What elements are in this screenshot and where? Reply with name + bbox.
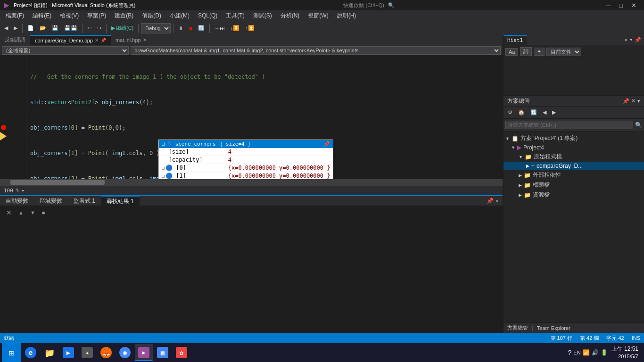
toolbar-new-btn[interactable]: 📄 [25,24,36,33]
menu-debug[interactable]: 偵錯(D) [138,11,165,21]
tree-item-comparegray[interactable]: ▶ + compareGray_D... [504,162,644,170]
menu-file[interactable]: 檔案(F) [2,11,28,21]
horizontal-scrollbar[interactable] [0,179,503,186]
hist-word-btn[interactable]: 詞 [520,47,532,56]
toolbar-undo-btn[interactable]: ↩ [85,24,94,33]
menu-project[interactable]: 專案(P) [83,11,110,21]
toolbar-pause-btn[interactable]: ⏸ [176,24,186,33]
start-button[interactable]: ⊞ [2,343,21,362]
se-team-tab[interactable]: Team Explorer [533,325,570,331]
toolbar-restart-btn[interactable]: 🔄 [196,24,207,33]
se-pin-icon[interactable]: 📌 [623,98,629,104]
toolbar-debug-mode[interactable]: Debug [141,23,171,33]
var-pin-icon[interactable]: 📌 [487,197,494,204]
taskbar-explorer[interactable]: 📁 [41,344,58,361]
taskbar-firefox[interactable]: 🦊 [97,344,115,361]
scroll-thumb-h[interactable] [10,180,105,185]
taskbar-vs[interactable]: ▶ [135,344,153,361]
solution-search-input[interactable] [505,121,633,129]
nav-bar: (全域範圍) drawGoodMatches(const Mat & img1,… [0,45,503,56]
menu-window[interactable]: 視窗(W) [304,11,332,21]
menu-view[interactable]: 檢視(V) [56,11,83,21]
toolbar-step-over-btn[interactable]: →⏭ [212,24,227,33]
expand-file-icon: ▶ [526,164,529,168]
function-dropdown[interactable]: drawGoodMatches(const Mat & img1, const … [131,46,501,55]
tree-item-source[interactable]: ▼ 📁 原始程式檔 [504,152,644,162]
tree-item-solution[interactable]: ▼ 📋 方案 'Project4' (1 專案) [504,133,644,143]
se-back-btn[interactable]: ◀ [540,108,549,117]
comparegray-file-icon: + [531,163,535,169]
toolbar-save-btn[interactable]: 💾 [50,24,61,33]
menu-analyze[interactable]: 分析(N) [277,11,304,21]
search-icon[interactable]: 🔍 [388,2,395,8]
taskbar-app3[interactable]: ✿ [173,344,190,361]
toolbar-forward-btn[interactable]: ▶ [11,24,20,33]
menu-tools[interactable]: 工具(T) [222,11,248,21]
toolbar-step-into-btn[interactable]: ↓⏬ [228,24,242,33]
tab-matinl[interactable]: mat.inl.hpp ✕ [111,35,151,45]
zoom-dropdown[interactable]: ▾ [21,188,25,194]
taskbar-chrome[interactable]: ◉ [116,344,134,361]
se-filter-btn[interactable]: 🔃 [528,108,539,117]
find-clear-btn[interactable]: ✕ [4,207,14,218]
hist-scope-select[interactable]: 目前文件 [546,48,581,56]
collapse-icon[interactable]: ⊟ [162,141,165,147]
se-solution-tab[interactable]: 方案總管 [507,324,532,331]
se-dropdown-icon[interactable]: ▾ [637,98,640,104]
menu-test[interactable]: 測試(S) [249,11,276,21]
solution-explorer-title: 方案總管 [507,97,530,105]
se-refresh-btn[interactable]: 🏠 [516,108,527,117]
menu-help[interactable]: 說明(H) [333,11,360,21]
tree-item-project[interactable]: ▼ ▶ Project4 [504,143,644,152]
taskbar-app1[interactable]: ✦ [78,344,96,361]
menu-sql[interactable]: SQL(Q) [194,11,221,20]
toolbar-saveall-btn[interactable]: 💾💾 [62,24,80,33]
find-up-btn[interactable]: ▲ [16,207,26,218]
toolbar-open-btn[interactable]: 📂 [37,24,49,33]
minimize-button[interactable]: ─ [603,2,614,9]
se-properties-btn[interactable]: ⚙ [505,108,515,117]
hist-aa-btn[interactable]: Aa [505,48,518,56]
toolbar-stop-btn[interactable]: ■ [187,24,195,33]
tab-matinl-close[interactable]: ✕ [143,37,147,42]
hist-tab[interactable]: Hist1 [504,35,527,45]
menu-team[interactable]: 小組(M) [166,11,193,21]
var-tab-local[interactable]: 區域變數 [34,196,68,206]
toolbar-step-out-btn[interactable]: ↑⏫ [243,24,257,33]
var-tab-findresults[interactable]: 尋找結果 1 [101,196,140,206]
hist-dropdown-icon[interactable]: ▾ [629,37,633,43]
toolbar-back-btn[interactable]: ◀ [2,24,10,33]
menu-build[interactable]: 建置(B) [111,11,137,21]
var-tab-watch[interactable]: 監看式 1 [68,196,101,206]
se-forward-btn[interactable]: ▶ [550,108,558,117]
find-stop-btn[interactable]: ■ [40,207,48,218]
find-down-btn[interactable]: ▼ [28,207,38,218]
toolbar-start-btn[interactable]: ▶ 繼續(C) [109,23,136,33]
hist-pin-icon[interactable]: 📌 [635,37,641,43]
tab-comparegray[interactable]: compareGray_Demo.cpp ✕ 📌 [30,35,111,45]
var-tab-auto[interactable]: 自動變數 [0,196,34,206]
taskbar-ie[interactable]: e [22,344,40,361]
tab-disassembly[interactable]: 反組譯語 [0,35,30,45]
restore-button[interactable]: □ [615,2,627,9]
tree-item-headers[interactable]: ▶ 📁 標頭檔 [504,180,644,190]
tab-pin-icon[interactable]: 📌 [100,38,106,43]
close-button[interactable]: ✕ [627,2,640,9]
code-editor[interactable]: // - Get the corners from the image_1 ( … [0,56,503,179]
scope-dropdown[interactable]: (全域範圍) [2,46,129,55]
tree-item-resources[interactable]: ▶ 📁 資源檔 [504,190,644,200]
hist-close-icon[interactable]: ✕ [625,37,628,43]
tab-comparegray-close[interactable]: ✕ [95,38,99,43]
var-close-icon[interactable]: ✕ [495,197,499,204]
taskbar-app2[interactable]: ▦ [154,344,172,361]
popup-pin-icon[interactable]: 📌 [323,141,330,147]
tree-item-external[interactable]: ▶ 📁 外部相依性 [504,170,644,180]
expand-0-btn[interactable]: ⊞ [162,165,165,171]
menu-edit[interactable]: 編輯(E) [29,11,55,21]
toolbar-redo-btn[interactable]: ↪ [95,24,104,33]
se-close-icon[interactable]: ✕ [631,98,636,104]
hist-star-btn[interactable]: ✦ [534,48,545,56]
taskbar-media[interactable]: ▶ [59,344,77,361]
status-bar: 就緒 第 107 行 第 42 欄 字元 42 INS [0,333,644,343]
expand-1-btn[interactable]: ⊞ [162,173,165,179]
